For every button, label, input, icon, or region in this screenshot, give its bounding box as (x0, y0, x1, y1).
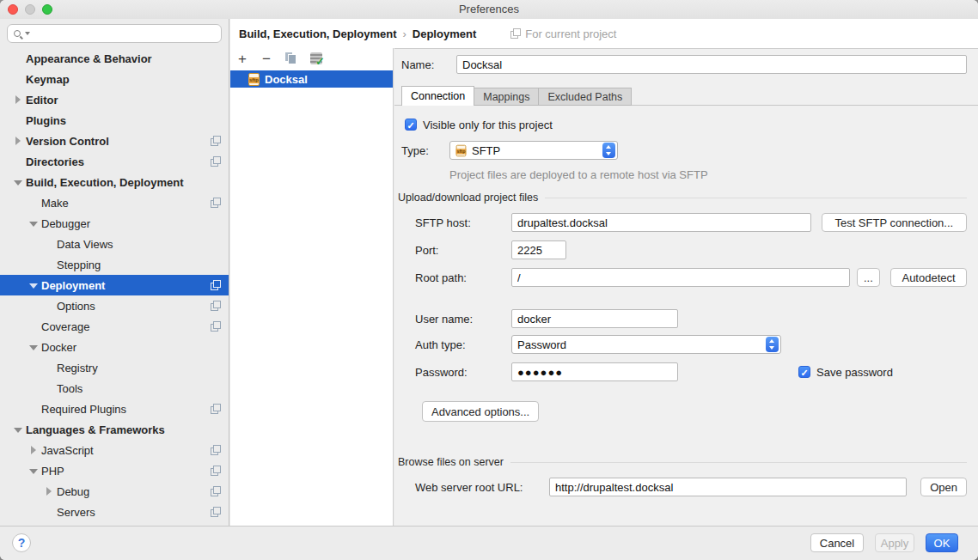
sidebar-item-coverage[interactable]: Coverage (0, 316, 229, 337)
sidebar-item-appearance-behavior[interactable]: Appearance & Behavior (0, 48, 229, 69)
collapse-arrow-icon[interactable] (14, 425, 22, 434)
sidebar-item-editor[interactable]: Editor (0, 89, 229, 110)
root-path-row: Root path: ... Autodetect (394, 267, 967, 288)
sidebar-item-directories[interactable]: Directories (0, 151, 229, 172)
type-select[interactable]: SFTP (449, 141, 618, 160)
auth-type-row: Auth type: Password (394, 334, 967, 355)
sidebar-item-keymap[interactable]: Keymap (0, 69, 229, 89)
browse-root-path-button[interactable]: ... (857, 268, 881, 287)
sidebar-item-label: Plugins (26, 114, 66, 127)
tab-connection[interactable]: Connection (401, 86, 474, 106)
expand-arrow-icon[interactable] (29, 446, 38, 454)
port-input[interactable] (511, 240, 566, 259)
per-project-settings-icon (211, 156, 221, 167)
password-label: Password: (415, 366, 511, 379)
expand-arrow-icon[interactable] (45, 487, 53, 496)
expand-arrow-icon[interactable] (14, 137, 22, 145)
collapse-arrow-icon[interactable] (29, 219, 38, 228)
tree-arrow-spacer (45, 508, 53, 516)
sidebar-item-options[interactable]: Options (0, 295, 229, 316)
select-stepper-icon[interactable] (602, 143, 615, 158)
cancel-button[interactable]: Cancel (810, 533, 864, 552)
per-project-settings-icon (211, 198, 221, 208)
add-server-icon[interactable]: + (237, 52, 248, 66)
settings-search-input[interactable] (30, 26, 221, 41)
save-password-checkbox[interactable]: ✓ (798, 366, 810, 378)
server-list-item-docksal[interactable]: Docksal (230, 70, 393, 88)
visible-only-checkbox[interactable]: ✓ (405, 119, 417, 131)
sidebar-item-version-control[interactable]: Version Control (0, 131, 229, 151)
user-name-input[interactable] (511, 309, 678, 328)
collapse-arrow-icon[interactable] (29, 466, 38, 475)
autodetect-button[interactable]: Autodetect (890, 268, 967, 287)
sidebar-item-data-views[interactable]: Data Views (0, 234, 229, 254)
visible-only-row: ✓ Visible only for this project (394, 117, 967, 132)
tree-arrow-spacer (29, 198, 38, 207)
per-project-settings-icon (211, 404, 221, 414)
sidebar-item-plugins[interactable]: Plugins (0, 110, 229, 131)
breadcrumb-parent[interactable]: Build, Execution, Deployment (239, 27, 396, 40)
expand-arrow-icon[interactable] (14, 95, 22, 104)
ok-button[interactable]: OK (926, 533, 958, 552)
footer-buttons: Cancel Apply OK (810, 533, 958, 552)
sidebar-item-label: Version Control (26, 135, 109, 148)
settings-tabs: ConnectionMappingsExcluded Paths (401, 86, 632, 106)
auth-type-select[interactable]: Password (511, 335, 781, 354)
root-path-input[interactable] (511, 268, 850, 287)
password-input[interactable] (511, 362, 678, 381)
name-row: Name: (394, 54, 967, 75)
test-sftp-connection-button[interactable]: Test SFTP connection... (822, 213, 967, 232)
sftp-host-label: SFTP host: (415, 216, 511, 229)
sidebar-item-languages-frameworks[interactable]: Languages & Frameworks (0, 419, 229, 440)
sidebar-item-servers[interactable]: Servers (0, 502, 229, 522)
collapse-arrow-icon[interactable] (14, 178, 22, 186)
copy-server-icon[interactable] (285, 52, 296, 64)
sidebar-item-docker[interactable]: Docker (0, 337, 229, 357)
settings-sidebar: Appearance & BehaviorKeymapEditorPlugins… (0, 19, 229, 526)
scope-note-label: For current project (525, 27, 616, 40)
sidebar-item-php[interactable]: PHP (0, 460, 229, 481)
apply-button[interactable]: Apply (875, 533, 914, 552)
per-project-settings-icon (211, 466, 221, 476)
tree-arrow-spacer (45, 260, 53, 269)
tab-excluded-paths[interactable]: Excluded Paths (539, 88, 632, 106)
sidebar-item-tools[interactable]: Tools (0, 378, 229, 399)
dialog-footer: ? Cancel Apply OK (0, 526, 978, 560)
settings-tree: Appearance & BehaviorKeymapEditorPlugins… (0, 48, 229, 526)
tree-arrow-spacer (45, 363, 53, 372)
collapse-arrow-icon[interactable] (29, 281, 38, 289)
sidebar-item-required-plugins[interactable]: Required Plugins (0, 399, 229, 419)
advanced-options-button[interactable]: Advanced options... (422, 401, 539, 422)
sftp-server-icon (248, 73, 260, 86)
sidebar-item-stepping[interactable]: Stepping (0, 254, 229, 275)
sidebar-item-debug[interactable]: Debug (0, 481, 229, 502)
sidebar-item-label: Options (57, 300, 95, 313)
sidebar-item-label: Editor (26, 94, 58, 107)
sidebar-item-build-execution-deployment[interactable]: Build, Execution, Deployment (0, 172, 229, 192)
name-label: Name: (401, 58, 444, 71)
type-row: Type: SFTP (394, 140, 967, 161)
use-as-default-icon[interactable] (310, 52, 322, 64)
sidebar-item-make[interactable]: Make (0, 192, 229, 213)
select-stepper-icon[interactable] (766, 337, 779, 352)
server-name-input[interactable] (456, 55, 967, 74)
type-hint-text: Project files are deployed to a remote h… (449, 168, 708, 181)
per-project-settings-icon (211, 445, 221, 455)
search-box[interactable] (7, 24, 222, 43)
collapse-arrow-icon[interactable] (29, 343, 38, 351)
save-password-group: ✓ Save password (798, 366, 893, 379)
web-root-url-input[interactable] (549, 478, 907, 496)
tab-mappings[interactable]: Mappings (474, 88, 539, 106)
section-divider (545, 198, 967, 198)
sidebar-item-deployment[interactable]: Deployment (0, 275, 229, 295)
open-url-button[interactable]: Open (920, 478, 967, 496)
sidebar-item-javascript[interactable]: JavaScript (0, 440, 229, 460)
sidebar-item-registry[interactable]: Registry (0, 357, 229, 378)
sftp-host-input[interactable] (511, 213, 811, 232)
remove-server-icon[interactable]: − (261, 52, 272, 66)
sidebar-item-debugger[interactable]: Debugger (0, 213, 229, 234)
help-button[interactable]: ? (12, 533, 31, 552)
upload-section-header: Upload/download project files (398, 192, 967, 204)
tree-arrow-spacer (14, 54, 22, 63)
search-area (0, 19, 229, 47)
